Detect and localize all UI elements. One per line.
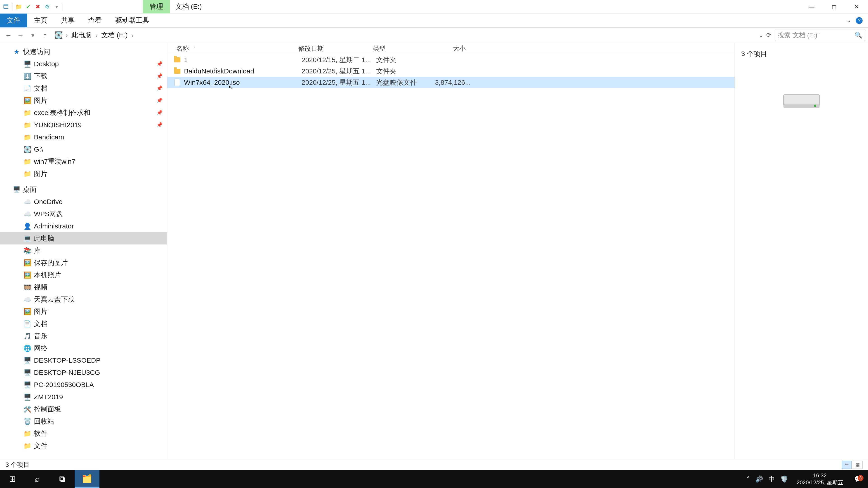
item-icon: 📁 [24, 133, 31, 141]
file-row[interactable]: BaiduNetdiskDownload 2020/12/25, 星期五 1..… [167, 66, 735, 77]
file-row[interactable]: 1 2020/12/15, 星期二 1... 文件夹 [167, 54, 735, 66]
tree-item[interactable]: 🖼️图片 [0, 305, 167, 318]
tree-item[interactable]: 🛠️控制面板 [0, 403, 167, 415]
address-bar[interactable]: 💽 › 此电脑 › 文档 (E:) › [52, 30, 755, 41]
back-button[interactable]: ← [3, 30, 14, 41]
context-tab-manage[interactable]: 管理 [143, 0, 170, 13]
tree-label: 控制面板 [34, 404, 61, 414]
close-x-icon[interactable]: ✖ [34, 3, 42, 11]
tree-desktop[interactable]: 🖥️ 桌面 [0, 184, 167, 196]
search-input[interactable]: 搜索"文档 (E:)" 🔍 [775, 30, 865, 41]
search-button[interactable]: ⌕ [25, 470, 50, 488]
ribbon-tab-share[interactable]: 共享 [54, 13, 81, 27]
ime-indicator[interactable]: 中 [769, 475, 775, 483]
details-view-button[interactable]: ☰ [842, 461, 852, 469]
action-center-button[interactable]: 💬 3 [852, 475, 864, 483]
tree-item[interactable]: ⬇️下载📌 [0, 70, 167, 82]
tree-item[interactable]: 💻此电脑 [0, 232, 167, 245]
tree-item[interactable]: 🖥️Desktop📌 [0, 58, 167, 70]
thumbnails-view-button[interactable]: ▦ [852, 461, 863, 469]
tray-overflow-icon[interactable]: ˄ [747, 475, 750, 483]
tree-label: 网络 [34, 344, 48, 353]
tree-item[interactable]: 📁图片 [0, 168, 167, 180]
file-row[interactable]: Win7x64_2020.iso 2020/12/25, 星期五 1... 光盘… [167, 77, 735, 88]
window-controls: — ◻ ✕ [800, 0, 868, 13]
tree-item[interactable]: 📄文档📌 [0, 82, 167, 94]
up-button[interactable]: ↑ [39, 30, 51, 41]
pin-icon: 📌 [156, 110, 162, 116]
close-button[interactable]: ✕ [845, 0, 868, 13]
tree-item[interactable]: 🖼️图片📌 [0, 94, 167, 107]
chevron-right-icon[interactable]: › [130, 31, 134, 39]
breadcrumb[interactable]: 此电脑 [70, 31, 93, 40]
chevron-right-icon[interactable]: › [65, 31, 69, 39]
tree-item[interactable]: 🖥️DESKTOP-LSSOEDP [0, 354, 167, 366]
column-header-size[interactable]: 大小 [432, 44, 470, 53]
tree-label: 回收站 [34, 417, 54, 426]
help-icon[interactable]: ? [856, 17, 863, 24]
search-icon[interactable]: 🔍 [855, 31, 862, 39]
tree-network[interactable]: 🌐 网络 [0, 342, 167, 354]
chevron-right-icon[interactable]: › [94, 31, 98, 39]
tree-item[interactable]: 🖥️ZMT2019 [0, 391, 167, 403]
taskbar-explorer[interactable]: 🗂️ [74, 470, 99, 488]
tree-item[interactable]: 📁YUNQISHI2019📌 [0, 119, 167, 131]
task-view-button[interactable]: ⧉ [50, 470, 74, 488]
tree-label: DESKTOP-NJEU3CG [34, 369, 100, 377]
security-icon[interactable]: 🛡️ [780, 475, 788, 483]
tree-item[interactable]: ☁️OneDrive [0, 196, 167, 208]
status-text: 3 个项目 [5, 460, 30, 469]
ribbon-tab-home[interactable]: 主页 [27, 13, 54, 27]
check-icon[interactable]: ✔ [24, 3, 32, 11]
ribbon-collapse-icon[interactable]: ⌄ [846, 17, 851, 24]
recent-locations-icon[interactable]: ▾ [27, 30, 38, 41]
taskbar-clock[interactable]: 16:32 2020/12/25, 星期五 [794, 472, 846, 486]
minimize-button[interactable]: — [800, 0, 823, 13]
tree-item[interactable]: 📚库 [0, 245, 167, 257]
file-type: 文件夹 [376, 67, 435, 76]
app-icon: 🗔 [2, 3, 10, 11]
tree-item[interactable]: 📁软件 [0, 427, 167, 440]
tree-item[interactable]: 🎞️视频 [0, 281, 167, 293]
tree-label: 文件 [34, 441, 48, 451]
tree-item[interactable]: 📁win7重装win7 [0, 156, 167, 168]
tree-item[interactable]: 📁excel表格制作求和📌 [0, 107, 167, 119]
ribbon-tab-view[interactable]: 查看 [81, 13, 108, 27]
tree-item[interactable]: 👤Administrator [0, 220, 167, 232]
tree-item[interactable]: ☁️WPS网盘 [0, 208, 167, 220]
tree-item[interactable]: 📄文档 [0, 318, 167, 330]
start-button[interactable]: ⊞ [0, 470, 25, 488]
tree-label: G:\ [34, 145, 43, 153]
column-header-name[interactable]: 名称 ˄ [167, 44, 298, 53]
tree-item[interactable]: 🖥️DESKTOP-NJEU3CG [0, 366, 167, 379]
address-dropdown-icon[interactable]: ⌄ [758, 32, 764, 39]
qat-dropdown-icon[interactable]: ▾ [53, 3, 61, 11]
tree-item[interactable]: ☁️天翼云盘下载 [0, 293, 167, 305]
forward-button[interactable]: → [15, 30, 26, 41]
file-name: 1 [184, 56, 302, 64]
item-icon: 📁 [24, 170, 31, 177]
volume-icon[interactable]: 🔊 [755, 475, 763, 483]
tree-item[interactable]: 🗑️回收站 [0, 415, 167, 427]
open-folder-icon[interactable]: 📁 [15, 3, 23, 11]
item-icon: 🖼️ [24, 259, 31, 267]
tree-item[interactable]: 🎵音乐 [0, 330, 167, 342]
column-header-date[interactable]: 修改日期 [298, 44, 373, 53]
refresh-icon[interactable]: ⟳ [766, 32, 771, 39]
navigation-pane[interactable]: ★ 快速访问 🖥️Desktop📌⬇️下载📌📄文档📌🖼️图片📌📁excel表格制… [0, 43, 167, 465]
star-icon: ★ [13, 48, 20, 56]
tree-item[interactable]: 📁文件 [0, 440, 167, 452]
maximize-button[interactable]: ◻ [823, 0, 845, 13]
settings-icon[interactable]: ⚙ [43, 3, 51, 11]
item-icon: ☁️ [24, 210, 31, 218]
tree-item[interactable]: 🖥️PC-20190530OBLA [0, 379, 167, 391]
ribbon-tab-file[interactable]: 文件 [0, 13, 27, 27]
tree-quick-access[interactable]: ★ 快速访问 [0, 46, 167, 58]
tree-item[interactable]: 🖼️保存的图片 [0, 257, 167, 269]
breadcrumb[interactable]: 文档 (E:) [100, 31, 129, 40]
tree-item[interactable]: 💽G:\ [0, 143, 167, 156]
tree-item[interactable]: 📁Bandicam [0, 131, 167, 143]
ribbon-tab-drive-tools[interactable]: 驱动器工具 [108, 13, 156, 27]
column-header-type[interactable]: 类型 [373, 44, 432, 53]
tree-item[interactable]: 🖼️本机照片 [0, 269, 167, 281]
